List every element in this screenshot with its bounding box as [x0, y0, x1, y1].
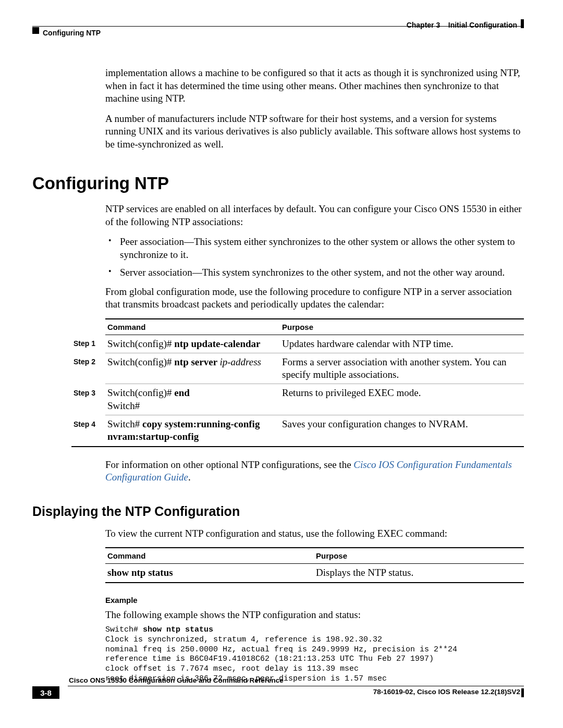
command-cell: show ntp status [105, 564, 314, 583]
page-number: 3-8 [32, 686, 59, 699]
header-section: Configuring NTP [43, 29, 101, 37]
example-output: Clock is synchronized, stratum 4, refere… [105, 635, 457, 683]
example-code: Switch# show ntp status Clock is synchro… [105, 625, 524, 684]
example-intro: The following example shows the NTP conf… [105, 609, 524, 622]
purpose-cell: Forms a server association with another … [280, 353, 524, 384]
table-row: Step 2 Switch(config)# ntp server ip-add… [71, 353, 524, 384]
purpose-cell: Updates hardware calendar with NTP time. [280, 335, 524, 353]
command-table-1: Command Purpose Step 1 Switch(config)# n… [71, 318, 524, 447]
col-purpose: Purpose [314, 548, 524, 564]
step-label: Step 2 [71, 353, 105, 384]
chapter-label: Chapter 3 [407, 21, 440, 29]
footer-right-bar [521, 688, 524, 697]
header-right-bar [521, 19, 524, 28]
col-command: Command [105, 319, 280, 335]
col-purpose: Purpose [280, 319, 524, 335]
step-label: Step 3 [71, 384, 105, 415]
table-row: Step 3 Switch(config)# endSwitch# Return… [71, 384, 524, 415]
command-cell: Switch# copy system:running-config nvram… [105, 415, 280, 447]
paragraph-after-h1: NTP services are enabled on all interfac… [105, 203, 524, 228]
association-list: Peer association—This system either sync… [105, 236, 524, 279]
purpose-cell: Returns to privileged EXEC mode. [280, 384, 524, 415]
example-heading: Example [105, 596, 524, 604]
paragraph-after-h2: To view the current NTP configuration an… [105, 527, 524, 540]
list-item: Peer association—This system either sync… [105, 236, 524, 261]
table-row: show ntp status Displays the NTP status. [105, 564, 524, 583]
footer-doc-title: Cisco ONS 15530 Configuration Guide and … [69, 676, 284, 684]
command-cell: Switch(config)# ntp update-calendar [105, 335, 280, 353]
purpose-cell: Displays the NTP status. [314, 564, 524, 583]
command-table-2: Command Purpose show ntp status Displays… [105, 547, 524, 583]
step-label: Step 4 [71, 415, 105, 447]
paragraph-after-table1: For information on other optional NTP co… [105, 459, 524, 484]
content-area: implementation allows a machine to be co… [32, 67, 524, 684]
chapter-title: Initial Configuration [448, 21, 517, 29]
command-cell: Switch(config)# endSwitch# [105, 384, 280, 415]
step-label: Step 1 [71, 335, 105, 353]
footer-release: 78-16019-02, Cisco IOS Release 12.2(18)S… [373, 688, 520, 696]
table-row: Step 4 Switch# copy system:running-confi… [71, 415, 524, 447]
footer-rule [68, 686, 524, 686]
col-command: Command [105, 548, 314, 564]
command-cell: Switch(config)# ntp server ip-address [105, 353, 280, 384]
table-row: Step 1 Switch(config)# ntp update-calend… [71, 335, 524, 353]
header-left-bar [32, 27, 39, 34]
heading-displaying-ntp: Displaying the NTP Configuration [32, 504, 524, 519]
list-item: Server association—This system synchroni… [105, 266, 524, 279]
paragraph-2: A number of manufacturers include NTP so… [105, 113, 524, 151]
paragraph-after-bullets: From global configuration mode, use the … [105, 286, 524, 311]
header-right: Chapter 3 Initial Configuration [407, 21, 517, 29]
intro-paragraph: implementation allows a machine to be co… [105, 67, 524, 105]
purpose-cell: Saves your configuration changes to NVRA… [280, 415, 524, 447]
page: Chapter 3 Initial Configuration Configur… [0, 0, 563, 728]
heading-configuring-ntp: Configuring NTP [32, 174, 524, 193]
